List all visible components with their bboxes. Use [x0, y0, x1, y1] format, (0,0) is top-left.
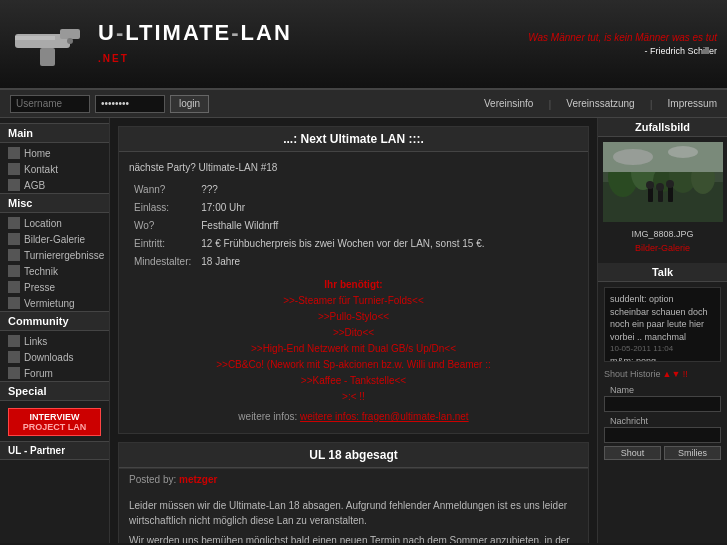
- ul18-body: Leider müssen wir die Ultimate-Lan 18 ab…: [119, 490, 588, 543]
- nav-links: Vereinsinfo | Vereinssatzung | Impressum: [484, 98, 717, 110]
- svg-point-19: [613, 149, 653, 165]
- talk-timestamp: 10-05-2011 11:04: [610, 343, 715, 354]
- sidebar-item-home[interactable]: Home: [0, 145, 109, 161]
- shout-button[interactable]: Shout: [604, 446, 661, 460]
- right-sidebar: Zufallsbild: [597, 118, 727, 543]
- password-input[interactable]: [95, 95, 165, 113]
- zufallsbild-svg: [603, 142, 723, 222]
- sidebar-item-vermietung[interactable]: Vermietung: [0, 295, 109, 311]
- login-bar: login Vereinsinfo | Vereinssatzung | Imp…: [0, 90, 727, 118]
- username-input[interactable]: [10, 95, 90, 113]
- presse-icon: [8, 281, 20, 293]
- sidebar-item-presse[interactable]: Presse: [0, 279, 109, 295]
- shout-history-label: Shout Historie: [604, 369, 661, 379]
- header-quote: Was Männer tut, is kein Männer was es tu…: [528, 31, 717, 58]
- header: U-LTIMATE-LAN .NET Was Männer tut, is ke…: [0, 0, 727, 90]
- name-label: Name: [604, 384, 721, 396]
- sidebar-item-links[interactable]: Links: [0, 333, 109, 349]
- sidebar-section-special: Special: [0, 381, 109, 401]
- results-icon: [8, 249, 20, 261]
- svg-point-15: [656, 183, 664, 191]
- nav-vereinssatzung[interactable]: Vereinssatzung: [566, 98, 634, 110]
- talk-buttons: Shout Smilies: [604, 446, 721, 460]
- sidebar-partner-title: UL - Partner: [0, 441, 109, 460]
- login-button[interactable]: login: [170, 95, 209, 113]
- nav-vereinsinfo[interactable]: Vereinsinfo: [484, 98, 533, 110]
- sidebar-item-technik[interactable]: Technik: [0, 263, 109, 279]
- shout-nav-icons[interactable]: ▲▼ !!: [663, 369, 688, 379]
- technik-icon: [8, 265, 20, 277]
- sidebar-item-turnierergebnisse[interactable]: Turnierergebnisse: [0, 247, 109, 263]
- special-banner[interactable]: INTERVIEW PROJECT LAN: [8, 408, 101, 436]
- logo-area: U-LTIMATE-LAN .NET: [10, 14, 292, 74]
- links-icon: [8, 335, 20, 347]
- next-lan-details: Wann? ??? Einlass: 17:00 Uhr Wo? Festhal…: [129, 181, 490, 271]
- sidebar-item-location[interactable]: Location: [0, 215, 109, 231]
- vermietung-icon: [8, 297, 20, 309]
- talk-title: Talk: [598, 263, 727, 282]
- zufallsbild-gallery-link[interactable]: Bilder-Galerie: [598, 241, 727, 255]
- sidebar-section-community: Community: [0, 311, 109, 331]
- svg-rect-2: [40, 48, 55, 66]
- contact-email[interactable]: weitere infos: fragen@ultimate-lan.net: [300, 411, 469, 422]
- ul18-box: UL 18 abgesagt Posted by: metzger Leider…: [118, 442, 589, 543]
- zufallsbild-filename: IMG_8808.JPG: [598, 227, 727, 241]
- location-icon: [8, 217, 20, 229]
- talk-message-1: m&m: pong: [610, 355, 715, 362]
- svg-rect-1: [60, 29, 80, 39]
- ul18-title: UL 18 abgesagt: [119, 443, 588, 468]
- talk-nav: Shout Historie ▲▼ !!: [598, 367, 727, 381]
- kontakt-icon: [8, 163, 20, 175]
- special-section: INTERVIEW PROJECT LAN: [0, 403, 109, 441]
- svg-point-20: [668, 146, 698, 158]
- nachricht-label: Nachricht: [604, 415, 721, 427]
- next-lan-box: ...: Next Ultimate LAN :::. nächste Part…: [118, 126, 589, 434]
- zufallsbild-title: Zufallsbild: [598, 118, 727, 137]
- agb-icon: [8, 179, 20, 191]
- svg-rect-12: [648, 187, 653, 202]
- svg-point-4: [67, 38, 73, 44]
- forum-icon: [8, 367, 20, 379]
- sidebar-section-misc: Misc: [0, 193, 109, 213]
- zufallsbild-image[interactable]: [603, 142, 723, 222]
- nav-impressum[interactable]: Impressum: [668, 98, 717, 110]
- smilies-button[interactable]: Smilies: [664, 446, 721, 460]
- next-lan-body: nächste Party? Ultimate-LAN #18 Wann? ??…: [119, 152, 588, 433]
- sidebar-item-forum[interactable]: Forum: [0, 365, 109, 381]
- talk-form: Name Nachricht Shout Smilies: [598, 381, 727, 465]
- talk-messages: suddenlt: option scheinbar schauen doch …: [604, 287, 721, 362]
- talk-message-0: suddenlt: option scheinbar schauen doch …: [610, 293, 715, 343]
- sidebar-item-kontakt[interactable]: Kontakt: [0, 161, 109, 177]
- svg-rect-16: [668, 186, 673, 202]
- svg-point-17: [666, 180, 674, 188]
- posted-info: Posted by: metzger: [119, 468, 588, 490]
- sidebar: Main Home Kontakt AGB Misc Location Bild…: [0, 118, 110, 543]
- main-layout: Main Home Kontakt AGB Misc Location Bild…: [0, 118, 727, 543]
- center-content: ...: Next Ultimate LAN :::. nächste Part…: [110, 118, 597, 543]
- talk-message-input[interactable]: [604, 427, 721, 443]
- gun-icon: [10, 14, 90, 74]
- svg-rect-3: [15, 36, 55, 40]
- talk-name-input[interactable]: [604, 396, 721, 412]
- home-icon: [8, 147, 20, 159]
- next-lan-title: ...: Next Ultimate LAN :::.: [119, 127, 588, 152]
- sidebar-item-bildergalerie[interactable]: Bilder-Galerie: [0, 231, 109, 247]
- sidebar-section-main: Main: [0, 123, 109, 143]
- gallery-icon: [8, 233, 20, 245]
- logo-title: U-LTIMATE-LAN .NET: [98, 22, 292, 66]
- svg-point-13: [646, 181, 654, 189]
- sidebar-item-agb[interactable]: AGB: [0, 177, 109, 193]
- downloads-icon: [8, 351, 20, 363]
- lan-features: Ihr benötigt: >>-Steamer für Turnier-Fol…: [129, 277, 578, 425]
- sidebar-item-downloads[interactable]: Downloads: [0, 349, 109, 365]
